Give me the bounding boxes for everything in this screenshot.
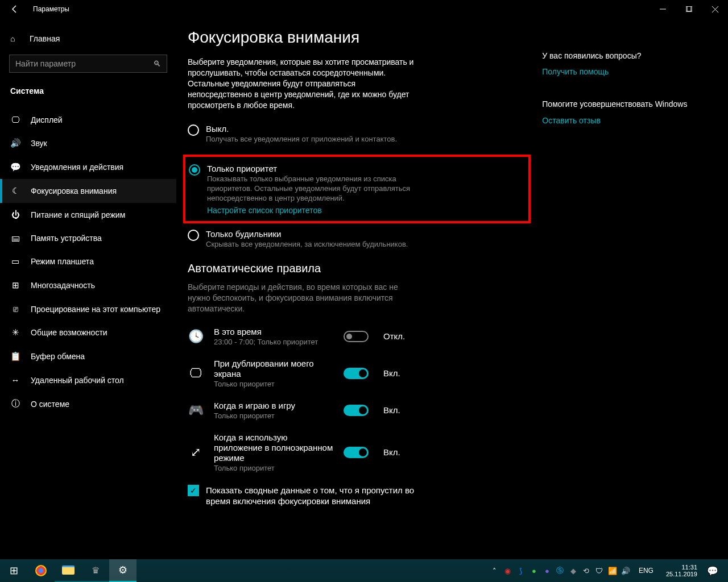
sidebar-item-remote[interactable]: ↔Удаленный рабочий стол [0, 368, 176, 392]
fullscreen-icon: ⤢ [188, 445, 204, 460]
taskbar-game[interactable]: ♛ [82, 559, 109, 582]
minimize-button[interactable] [650, 0, 676, 18]
radio-off-desc: Получать все уведомления от приложений и… [206, 135, 397, 144]
get-help-link[interactable]: Получить помощь [542, 67, 711, 76]
rule-time-toggle[interactable] [344, 331, 369, 342]
tray-skype-icon[interactable]: Ⓢ [555, 566, 565, 576]
tray-lang[interactable]: ENG [639, 567, 653, 575]
tray-security-icon[interactable]: 🛡 [594, 567, 605, 575]
page-description: Выберите уведомления, которые вы хотите … [188, 57, 415, 110]
game-icon: 🎮 [188, 403, 204, 418]
aside: У вас появились вопросы? Получить помощь… [542, 28, 711, 559]
taskbar-explorer[interactable] [55, 559, 82, 582]
svg-rect-1 [686, 6, 691, 11]
sidebar-item-clipboard[interactable]: 📋Буфер обмена [0, 344, 176, 368]
sidebar-item-shared[interactable]: ✳Общие возможности [0, 321, 176, 344]
storage-icon: 🖴 [10, 233, 20, 243]
priority-list-link[interactable]: Настройте список приоритетов [207, 206, 322, 215]
back-button[interactable] [10, 5, 22, 14]
maximize-button[interactable] [676, 0, 702, 18]
rule-fullscreen[interactable]: ⤢ Когда я использую приложение в полноэк… [188, 433, 531, 472]
tray-app1-icon[interactable]: ◉ [503, 567, 513, 575]
search-box[interactable]: 🔍︎ [9, 55, 167, 73]
rule-duplicate-toggle[interactable] [344, 368, 369, 379]
sidebar-item-tablet[interactable]: ▭Режим планшета [0, 250, 176, 273]
window-title: Параметры [33, 5, 69, 13]
aside-question: У вас появились вопросы? [542, 51, 711, 60]
remote-icon: ↔ [10, 375, 20, 385]
aside-improve: Помогите усовершенствовать Windows [542, 99, 711, 109]
start-button[interactable]: ⊞ [0, 559, 27, 582]
summary-checkbox[interactable]: ✓ [188, 485, 199, 496]
rule-fullscreen-state: Вкл. [383, 447, 400, 457]
rule-duplicate-state: Вкл. [383, 368, 400, 378]
notifications-icon: 💬 [10, 162, 20, 172]
shared-icon: ✳ [10, 327, 20, 338]
sidebar-item-focus[interactable]: ☾Фокусировка внимания [0, 179, 176, 203]
sidebar-item-notifications[interactable]: 💬Уведомления и действия [0, 155, 176, 179]
clipboard-icon: 📋 [10, 351, 20, 361]
close-button[interactable] [702, 0, 728, 18]
focus-icon: ☾ [10, 186, 20, 196]
home-icon: ⌂ [10, 34, 20, 43]
tray-app2-icon[interactable]: ⟆ [516, 567, 526, 575]
sidebar-item-storage[interactable]: 🖴Память устройства [0, 226, 176, 250]
home-link[interactable]: ⌂ Главная [0, 30, 176, 48]
titlebar: Параметры [0, 0, 728, 18]
auto-heading: Автоматические правила [188, 262, 531, 275]
svg-rect-2 [687, 6, 692, 11]
radio-alarms[interactable]: Только будильники Скрывать все уведомлен… [188, 228, 531, 251]
sidebar-item-display[interactable]: 🖵Дисплей [0, 108, 176, 131]
monitor-icon: 🖵 [188, 366, 204, 381]
sidebar-item-power[interactable]: ⏻Питание и спящий режим [0, 203, 176, 226]
clock-icon: 🕓 [188, 329, 204, 344]
content: Фокусировка внимания Выберите уведомлени… [188, 28, 531, 559]
rule-game-toggle[interactable] [344, 405, 369, 416]
info-icon: ⓘ [10, 398, 20, 409]
highlighted-option: Только приоритет Показывать только выбра… [183, 155, 531, 223]
tray-app4-icon[interactable]: ⟲ [581, 567, 592, 575]
search-icon: 🔍︎ [153, 59, 161, 68]
rule-fullscreen-toggle[interactable] [344, 447, 369, 458]
taskbar-settings[interactable]: ⚙ [109, 559, 136, 582]
action-center-icon[interactable]: 💬 [702, 566, 723, 576]
tray[interactable]: ˄ ◉ ⟆ ● ● Ⓢ ◆ ⟲ 🛡 📶 🔊 [490, 566, 631, 576]
tray-utorrent-icon[interactable]: ● [529, 567, 539, 575]
radio-off[interactable]: Выкл. Получать все уведомления от прилож… [188, 123, 531, 146]
tray-app3-icon[interactable]: ◆ [568, 567, 578, 575]
summary-checkbox-label: Показать сводные данные о том, что я про… [206, 485, 422, 507]
radio-alarms-desc: Скрывать все уведомления, за исключением… [206, 240, 408, 250]
taskbar-chrome[interactable] [27, 559, 55, 582]
rule-game-state: Вкл. [383, 405, 400, 415]
auto-description: Выберите периоды и действия, во время ко… [188, 282, 421, 314]
sidebar-item-about[interactable]: ⓘО системе [0, 392, 176, 416]
category-label: Система [0, 82, 176, 100]
sidebar-item-sound[interactable]: 🔊Звук [0, 131, 176, 155]
radio-off-control[interactable] [188, 124, 199, 136]
tray-network-icon[interactable]: 📶 [607, 567, 618, 575]
sidebar: ⌂ Главная 🔍︎ Система 🖵Дисплей 🔊Звук 💬Уве… [0, 18, 176, 559]
display-icon: 🖵 [10, 115, 20, 124]
radio-priority-control[interactable] [189, 164, 200, 176]
rule-time-state: Откл. [383, 331, 405, 341]
rule-duplicate[interactable]: 🖵 При дублировании моего экранаТолько пр… [188, 359, 531, 388]
multitask-icon: ⊞ [10, 280, 20, 290]
tray-viber-icon[interactable]: ● [542, 567, 552, 575]
sound-icon: 🔊 [10, 138, 20, 148]
radio-priority-title: Только приоритет [207, 164, 412, 173]
tray-volume-icon[interactable]: 🔊 [621, 567, 631, 575]
tray-up-icon[interactable]: ˄ [490, 567, 500, 575]
radio-priority[interactable]: Только приоритет Показывать только выбра… [189, 163, 524, 217]
search-input[interactable] [15, 59, 153, 68]
rule-game[interactable]: 🎮 Когда я играю в игруТолько приоритет В… [188, 401, 531, 420]
radio-off-title: Выкл. [206, 124, 397, 134]
radio-alarms-control[interactable] [188, 230, 199, 241]
sidebar-item-project[interactable]: ⎚Проецирование на этот компьютер [0, 297, 176, 321]
summary-checkbox-row[interactable]: ✓ Показать сводные данные о том, что я п… [188, 485, 531, 507]
sidebar-item-multitask[interactable]: ⊞Многозадачность [0, 273, 176, 297]
feedback-link[interactable]: Оставить отзыв [542, 116, 711, 125]
tray-clock[interactable]: 11:31 25.11.2019 [666, 564, 697, 577]
home-label: Главная [30, 34, 60, 43]
page-title: Фокусировка внимания [188, 28, 531, 47]
rule-time[interactable]: 🕓 В это время23:00 - 7:00; Только приори… [188, 327, 531, 346]
